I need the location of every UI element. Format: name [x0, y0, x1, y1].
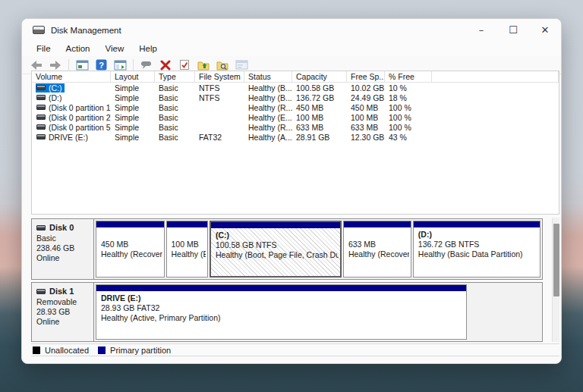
primary-partition-swatch [98, 347, 106, 354]
column-header-pctfree[interactable]: % Free [385, 71, 432, 82]
minimize-button[interactable]: – [465, 19, 497, 41]
close-button[interactable]: ✕ [529, 19, 561, 41]
disk-management-window: Disk Management – ☐ ✕ File Action View H… [21, 18, 562, 364]
table-row[interactable]: (C:) Simple Basic NTFS Healthy (B... 100… [32, 83, 559, 93]
toolbar-separator [133, 59, 134, 71]
disk-size: 28.93 GB [36, 307, 90, 317]
scrollbar-thumb[interactable] [553, 224, 559, 296]
disk-1-empty-area [468, 284, 540, 340]
partition-color-band [211, 222, 340, 228]
partition-c-drive[interactable]: (C:) 100.58 GB NTFS Healthy (Boot, Page … [210, 221, 342, 278]
menu-bar: File Action View Help [22, 41, 561, 56]
disk-state: Online [36, 253, 90, 263]
table-row[interactable]: (Disk 0 partition 2) Simple Basic Health… [32, 112, 559, 122]
toolbar-separator [68, 59, 69, 71]
partition-color-band [167, 221, 207, 227]
column-header-freespace[interactable]: Free Sp... [347, 71, 385, 82]
partition-color-band [344, 221, 411, 227]
svg-text:?: ? [99, 61, 104, 70]
menu-view[interactable]: View [99, 42, 131, 55]
volume-icon [36, 105, 46, 110]
table-row[interactable]: (Disk 0 partition 5) Simple Basic Health… [32, 122, 559, 132]
window-title: Disk Management [51, 26, 121, 35]
column-header-filesystem[interactable]: File System [195, 71, 244, 82]
primary-partition-label: Primary partition [110, 346, 171, 355]
table-row[interactable]: (Disk 0 partition 1) Simple Basic Health… [32, 102, 559, 112]
disk-1-row: Disk 1 Removable 28.93 GB Online DRIVE (… [31, 282, 543, 342]
disk-1-label[interactable]: Disk 1 Removable 28.93 GB Online [32, 283, 94, 341]
disk-drive-icon [33, 26, 45, 34]
partition-recovery-450mb[interactable]: 450 MB Healthy (Recovery [96, 221, 165, 278]
unallocated-swatch [33, 347, 40, 354]
menu-file[interactable]: File [30, 42, 58, 55]
disk-icon [36, 289, 46, 294]
disk-kind: Removable [36, 297, 90, 307]
disk-kind: Basic [36, 234, 90, 243]
legend-bar: Unallocated Primary partition [31, 343, 559, 356]
disk-graphical-pane: Disk 0 Basic 238.46 GB Online 450 MB Hea… [31, 218, 559, 342]
column-header-type[interactable]: Type [155, 71, 195, 82]
partition-efi-100mb[interactable]: 100 MB Healthy (EFI S [166, 221, 208, 278]
volume-list-header: Volume Layout Type File System Status Ca… [32, 71, 559, 83]
column-header-filler [432, 71, 559, 82]
partition-color-band [96, 221, 164, 227]
menu-action[interactable]: Action [59, 42, 97, 55]
table-row[interactable]: DRIVE (E:) Simple Basic FAT32 Healthy (A… [32, 132, 559, 142]
volume-icon [36, 114, 46, 120]
partition-recovery-633mb[interactable]: 633 MB Healthy (Recovery F [343, 221, 411, 278]
disk-size: 238.46 GB [36, 243, 90, 253]
partition-d-drive[interactable]: (D:) 136.72 GB NTFS Healthy (Basic Data … [413, 221, 540, 278]
menu-help[interactable]: Help [132, 42, 164, 55]
volume-icon [36, 134, 46, 140]
column-header-volume[interactable]: Volume [32, 71, 111, 82]
volume-selection: (C:) [36, 83, 65, 93]
vertical-scrollbar[interactable] [552, 218, 559, 342]
table-row[interactable]: (D:) Simple Basic NTFS Healthy (B... 136… [32, 93, 559, 102]
disk-icon [36, 225, 46, 230]
partition-color-band [414, 221, 540, 227]
title-bar: Disk Management – ☐ ✕ [22, 19, 561, 41]
partition-color-band [96, 285, 466, 291]
column-header-status[interactable]: Status [244, 71, 292, 82]
maximize-button[interactable]: ☐ [497, 19, 529, 41]
volume-list: Volume Layout Type File System Status Ca… [31, 71, 559, 215]
disk-state: Online [36, 317, 90, 327]
unallocated-label: Unallocated [45, 346, 89, 355]
column-header-layout[interactable]: Layout [111, 71, 155, 82]
partition-e-drive[interactable]: DRIVE (E:) 28.93 GB FAT32 Healthy (Activ… [96, 284, 467, 340]
volume-icon [36, 85, 46, 90]
volume-icon [36, 95, 46, 100]
disk-0-row: Disk 0 Basic 238.46 GB Online 450 MB Hea… [31, 218, 543, 280]
disk-0-label[interactable]: Disk 0 Basic 238.46 GB Online [32, 219, 94, 279]
volume-icon [36, 124, 46, 130]
column-header-capacity[interactable]: Capacity [292, 71, 347, 82]
